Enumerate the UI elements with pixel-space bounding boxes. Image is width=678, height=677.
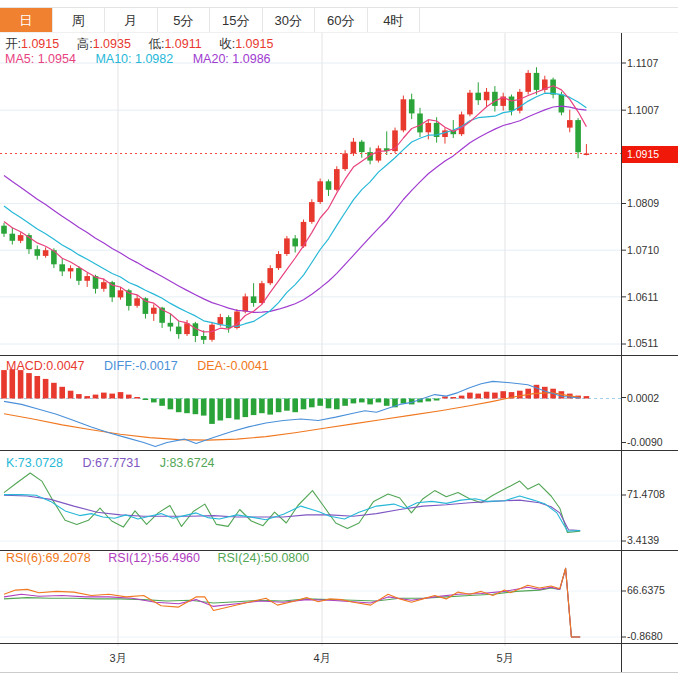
j-value: J:83.6724: [160, 456, 215, 470]
close-value: 1.0915: [235, 37, 273, 51]
tab-day[interactable]: 日: [0, 8, 53, 32]
ma20-readout: MA20: 1.0986: [193, 52, 271, 66]
chart-app: 日 周 月 5分 15分 30分 60分 4时 开:1.0915 高:1.093…: [0, 0, 678, 677]
ma5-readout: MA5: 1.0954: [5, 52, 76, 66]
ohlc-readout: 开:1.0915 高:1.0935 低:1.0911 收:1.0915: [5, 36, 287, 53]
tab-60min[interactable]: 60分: [315, 8, 368, 32]
rsi6-value: RSI(6):69.2078: [6, 551, 91, 565]
timeframe-tabs: 日 周 月 5分 15分 30分 60分 4时: [0, 7, 678, 33]
rsi-readout: RSI(6):69.2078 RSI(12):56.4960 RSI(24):5…: [6, 551, 323, 565]
price-axis-tick: 1.0611: [627, 291, 677, 303]
kdj-axis-tick: 71.4708: [627, 488, 677, 500]
rsi-axis-tick: 66.6375: [627, 584, 677, 596]
rsi12-value: RSI(12):56.4960: [108, 551, 200, 565]
tab-30min[interactable]: 30分: [263, 8, 316, 32]
open-value: 1.0915: [21, 37, 59, 51]
low-label: 低:: [148, 37, 164, 51]
ma-readout: MA5: 1.0954 MA10: 1.0982 MA20: 1.0986: [5, 52, 287, 66]
dea-value: DEA:-0.0041: [197, 359, 269, 373]
kdj-axis-tick: 3.4139: [627, 534, 677, 546]
x-axis-label-march: 3月: [98, 651, 138, 666]
k-value: K:73.0728: [6, 456, 63, 470]
current-price-tag: 1.0915: [622, 146, 678, 163]
price-axis-tick: 1.1107: [627, 57, 677, 69]
tab-5min[interactable]: 5分: [158, 8, 211, 32]
x-axis-label-may: 5月: [485, 651, 525, 666]
d-value: D:67.7731: [82, 456, 140, 470]
rsi24-value: RSI(24):50.0800: [217, 551, 309, 565]
price-axis-tick: 1.1007: [627, 104, 677, 116]
macd-axis-tick: 0.0002: [627, 392, 677, 404]
high-value: 1.0935: [93, 37, 131, 51]
high-label: 高:: [77, 37, 93, 51]
open-label: 开:: [5, 37, 21, 51]
macd-value: MACD:0.0047: [6, 359, 85, 373]
tab-week[interactable]: 周: [53, 8, 106, 32]
close-label: 收:: [219, 37, 235, 51]
price-axis-tick: 1.0809: [627, 197, 677, 209]
chart-canvas[interactable]: [0, 0, 678, 677]
macd-axis-tick: -0.0090: [627, 436, 677, 448]
x-axis-label-april: 4月: [302, 651, 342, 666]
rsi-axis-tick: -0.8680: [627, 630, 677, 642]
tab-4hour[interactable]: 4时: [368, 8, 421, 32]
tab-month[interactable]: 月: [105, 8, 158, 32]
diff-value: DIFF:-0.0017: [104, 359, 178, 373]
macd-readout: MACD:0.0047 DIFF:-0.0017 DEA:-0.0041: [6, 359, 285, 373]
tab-15min[interactable]: 15分: [210, 8, 263, 32]
price-axis-tick: 1.0710: [627, 244, 677, 256]
low-value: 1.0911: [164, 37, 201, 51]
kdj-readout: K:73.0728 D:67.7731 J:83.6724: [6, 456, 231, 470]
price-axis-tick: 1.0511: [627, 337, 677, 349]
ma10-readout: MA10: 1.0982: [95, 52, 173, 66]
